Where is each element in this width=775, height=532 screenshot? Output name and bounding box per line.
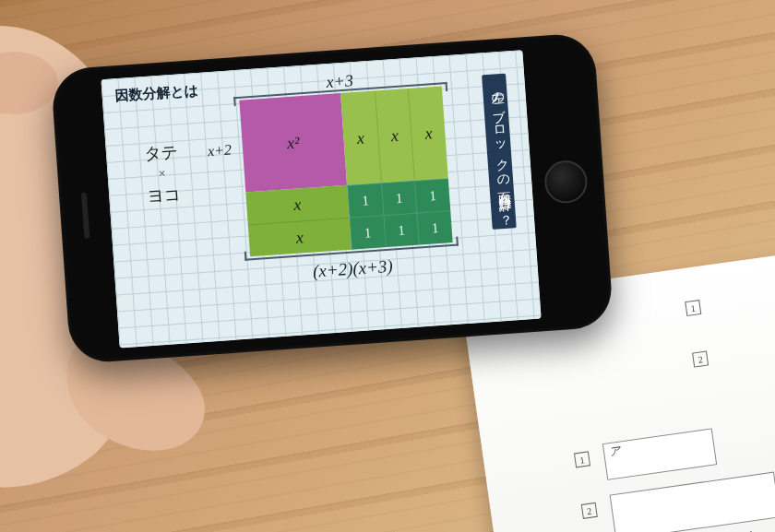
area-model-grid: x² x x x x x [239, 86, 452, 256]
cell-constants: 1 1 1 1 1 1 [347, 178, 453, 250]
home-button[interactable] [543, 160, 589, 205]
problem-number: 1 [685, 300, 701, 316]
cell-2x-left: x x [245, 185, 352, 257]
problem-number: 2 [692, 350, 709, 367]
tate-yoko-label: タテ × ヨコ [118, 140, 206, 209]
lesson-title: 因数分解とは [114, 82, 198, 105]
problem-number: 1 [574, 451, 590, 467]
phone-speaker [81, 193, 89, 239]
svg-point-0 [0, 52, 58, 114]
problem-number: 2 [581, 502, 598, 519]
expression-label: a+b [735, 528, 756, 532]
cell-3x-top: x x x [340, 86, 448, 184]
smartphone: 因数分解とは タテ × ヨコ x+3 x+2 x² [51, 32, 614, 364]
answer-box [610, 472, 775, 532]
phone-screen[interactable]: 因数分解とは タテ × ヨコ x+3 x+2 x² [101, 50, 541, 348]
cell-x-squared: x² [239, 93, 347, 192]
question-banner: 左のブロックの面積合計は？ [482, 74, 517, 230]
box-label: ア [608, 443, 621, 461]
left-expression: x+2 [208, 141, 232, 160]
